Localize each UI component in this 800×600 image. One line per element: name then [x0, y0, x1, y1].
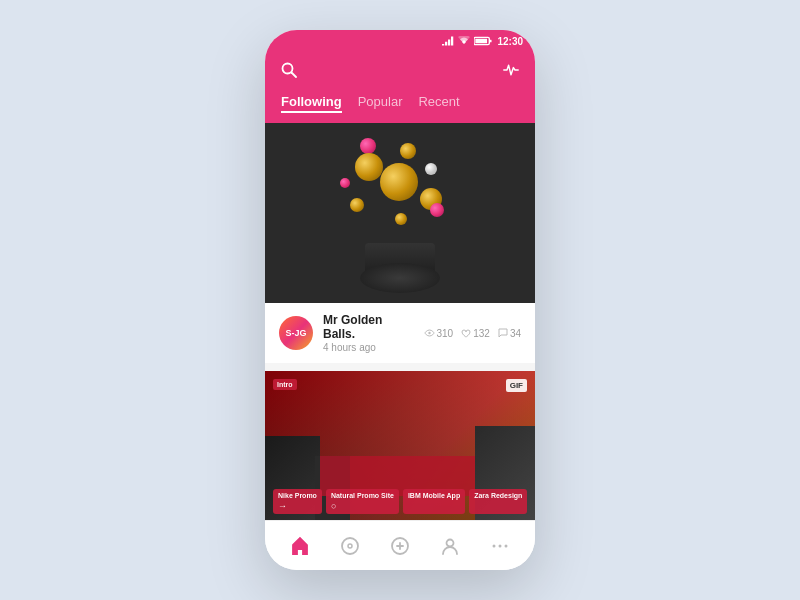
- content-area: S-JG Mr Golden Balls. 4 hours ago 310 13…: [265, 123, 535, 520]
- nav-explore[interactable]: [332, 528, 368, 564]
- svg-marker-0: [442, 44, 444, 46]
- signal-icon: [442, 36, 454, 46]
- card-1-image: [265, 123, 535, 303]
- bottom-nav: [265, 520, 535, 570]
- svg-marker-3: [451, 37, 453, 46]
- svg-point-16: [493, 544, 496, 547]
- activity-icon[interactable]: [503, 62, 519, 82]
- avatar: S-JG: [279, 316, 313, 350]
- svg-marker-2: [448, 40, 450, 46]
- tag-ibm: IBM Mobile App: [403, 489, 465, 514]
- status-bar: 12:30: [265, 30, 535, 52]
- tab-popular[interactable]: Popular: [358, 94, 403, 113]
- nav-more[interactable]: [482, 528, 518, 564]
- svg-point-18: [505, 544, 508, 547]
- header-actions: [281, 58, 519, 86]
- tag-nike: Nike Promo →: [273, 489, 322, 514]
- svg-rect-6: [476, 39, 488, 44]
- svg-marker-1: [445, 42, 447, 46]
- likes-stat: 132: [461, 328, 490, 339]
- search-icon[interactable]: [281, 62, 297, 82]
- intro-badge: Intro: [273, 379, 297, 390]
- card-2-image: Intro GIF Nike Promo → Natural Promo Sit…: [265, 371, 535, 520]
- nav-tabs: Following Popular Recent: [281, 86, 519, 123]
- card-2: Intro GIF Nike Promo → Natural Promo Sit…: [265, 371, 535, 520]
- tag-natural: Natural Promo Site ○: [326, 489, 399, 514]
- views-stat: 310: [424, 328, 454, 339]
- battery-icon: [474, 36, 492, 46]
- svg-line-8: [292, 73, 297, 78]
- svg-point-10: [342, 538, 358, 554]
- header: Following Popular Recent: [265, 52, 535, 123]
- tab-following[interactable]: Following: [281, 94, 342, 113]
- status-time: 12:30: [497, 36, 523, 47]
- wifi-icon: [457, 36, 471, 46]
- card-1-stats: 310 132 34: [424, 328, 522, 339]
- svg-rect-5: [490, 40, 492, 43]
- nav-home[interactable]: [282, 528, 318, 564]
- status-icons: [442, 36, 492, 46]
- card-1-info: S-JG Mr Golden Balls. 4 hours ago 310 13…: [265, 303, 535, 363]
- tag-zara: Zara Redesign: [469, 489, 527, 514]
- card-1-time: 4 hours ago: [323, 342, 414, 353]
- svg-point-11: [348, 544, 352, 548]
- card-1-meta: Mr Golden Balls. 4 hours ago: [323, 313, 414, 353]
- nav-profile[interactable]: [432, 528, 468, 564]
- svg-point-15: [447, 539, 454, 546]
- svg-point-17: [499, 544, 502, 547]
- gif-badge: GIF: [506, 379, 527, 392]
- nav-upload[interactable]: [382, 528, 418, 564]
- tab-recent[interactable]: Recent: [418, 94, 459, 113]
- card-1: S-JG Mr Golden Balls. 4 hours ago 310 13…: [265, 123, 535, 363]
- comments-stat: 34: [498, 328, 521, 339]
- phone-container: 12:30 Following Popular Recent: [265, 30, 535, 570]
- card-1-title: Mr Golden Balls.: [323, 313, 414, 341]
- card-2-tags: Nike Promo → Natural Promo Site ○ IBM Mo…: [273, 489, 527, 514]
- svg-point-9: [428, 332, 430, 334]
